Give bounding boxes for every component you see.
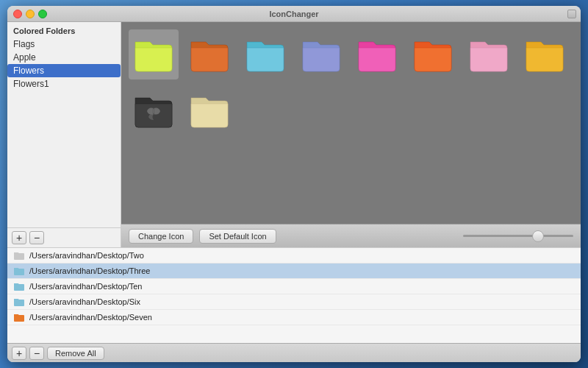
size-slider[interactable]	[463, 235, 573, 237]
bottom-toolbar: Change Icon Set Default Icon	[121, 224, 581, 247]
folder-icon-dark-floral[interactable]	[129, 85, 179, 135]
file-item-ten[interactable]: /Users/aravindhan/Desktop/Ten	[7, 279, 581, 294]
file-list-controls: + − Remove All	[7, 343, 581, 362]
resize-button[interactable]	[567, 10, 576, 18]
remove-all-button[interactable]: Remove All	[47, 347, 104, 360]
size-slider-container	[463, 235, 573, 237]
file-path-seven: /Users/aravindhan/Desktop/Seven	[29, 313, 152, 322]
folder-icon-teal[interactable]	[240, 29, 290, 79]
file-remove-button[interactable]: −	[29, 347, 44, 360]
sidebar-remove-button[interactable]: −	[29, 231, 44, 244]
file-item-two[interactable]: /Users/aravindhan/Desktop/Two	[7, 248, 581, 263]
folder-icon-blue-purple[interactable]	[296, 29, 346, 79]
window-controls	[13, 10, 47, 18]
folder-icon-pink[interactable]	[352, 29, 402, 79]
window-title: IconChanger	[269, 10, 318, 18]
folder-icon-cream[interactable]	[184, 85, 234, 135]
folder-icon-orange[interactable]	[184, 29, 234, 79]
sidebar: Colored Folders Flags Apple Flowers Flow…	[7, 22, 121, 247]
sidebar-item-apple[interactable]: Apple	[7, 51, 121, 64]
minimize-button[interactable]	[26, 10, 35, 18]
icon-grid	[121, 22, 581, 224]
file-path-ten: /Users/aravindhan/Desktop/Ten	[29, 282, 142, 291]
file-item-three[interactable]: /Users/aravindhan/Desktop/Three	[7, 263, 581, 279]
change-icon-button[interactable]: Change Icon	[129, 229, 193, 244]
file-path-two: /Users/aravindhan/Desktop/Two	[29, 251, 144, 260]
sidebar-item-flowers1[interactable]: Flowers1	[7, 77, 121, 91]
sidebar-controls: + −	[7, 227, 121, 247]
set-default-icon-button[interactable]: Set Default Icon	[199, 229, 276, 244]
folder-icon-small	[13, 312, 25, 322]
file-path-six: /Users/aravindhan/Desktop/Six	[29, 297, 140, 306]
file-path-three: /Users/aravindhan/Desktop/Three	[29, 266, 150, 275]
svg-point-0	[151, 109, 156, 113]
sidebar-add-button[interactable]: +	[12, 231, 26, 244]
file-item-six[interactable]: /Users/aravindhan/Desktop/Six	[7, 294, 581, 310]
sidebar-item-flags[interactable]: Flags	[7, 38, 121, 51]
sidebar-header: Colored Folders	[7, 22, 121, 38]
folder-icon-yellow-green[interactable]	[129, 29, 179, 79]
main-window: IconChanger Colored Folders Flags Apple …	[7, 6, 581, 362]
folder-icon-yellow[interactable]	[520, 29, 570, 79]
folder-icon-red-orange[interactable]	[408, 29, 458, 79]
close-button[interactable]	[13, 10, 22, 18]
main-content: Colored Folders Flags Apple Flowers Flow…	[7, 22, 581, 247]
icon-panel: Change Icon Set Default Icon	[121, 22, 581, 247]
sidebar-item-flowers[interactable]: Flowers	[7, 64, 121, 77]
file-add-button[interactable]: +	[12, 347, 26, 360]
folder-icon-small	[13, 250, 25, 261]
folder-icon-small	[13, 297, 25, 307]
maximize-button[interactable]	[38, 10, 47, 18]
folder-icon-small	[13, 281, 25, 291]
file-item-seven[interactable]: /Users/aravindhan/Desktop/Seven	[7, 310, 581, 325]
folder-icon-small	[13, 266, 25, 276]
file-list: /Users/aravindhan/Desktop/Two /Users/ara…	[7, 247, 581, 343]
title-bar: IconChanger	[7, 6, 581, 22]
folder-icon-light-pink[interactable]	[464, 29, 514, 79]
